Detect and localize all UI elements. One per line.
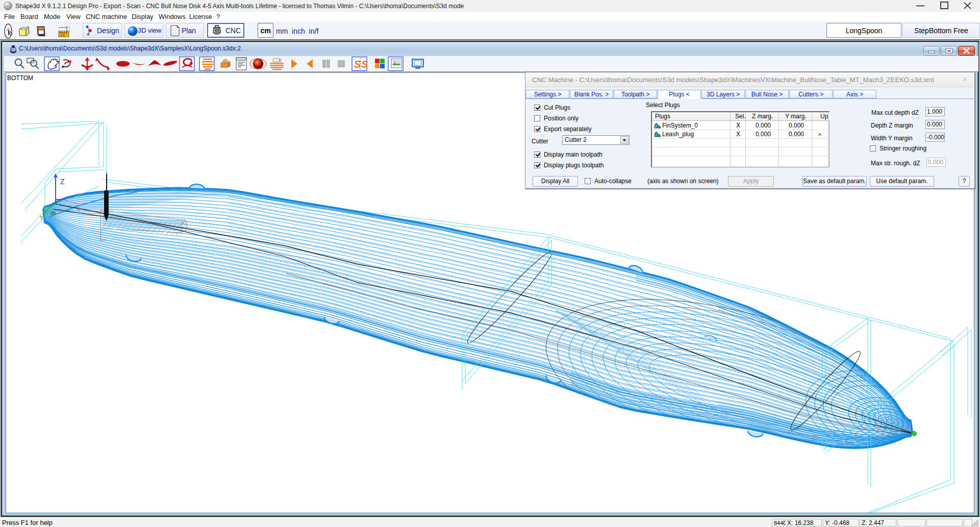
svg-text:S: S <box>361 59 368 70</box>
svg-text:x: x <box>77 206 80 212</box>
svg-text:Z: Z <box>60 178 65 186</box>
svg-text:Y: Y <box>39 214 44 221</box>
svg-text:1 0: 1 0 <box>60 34 65 37</box>
